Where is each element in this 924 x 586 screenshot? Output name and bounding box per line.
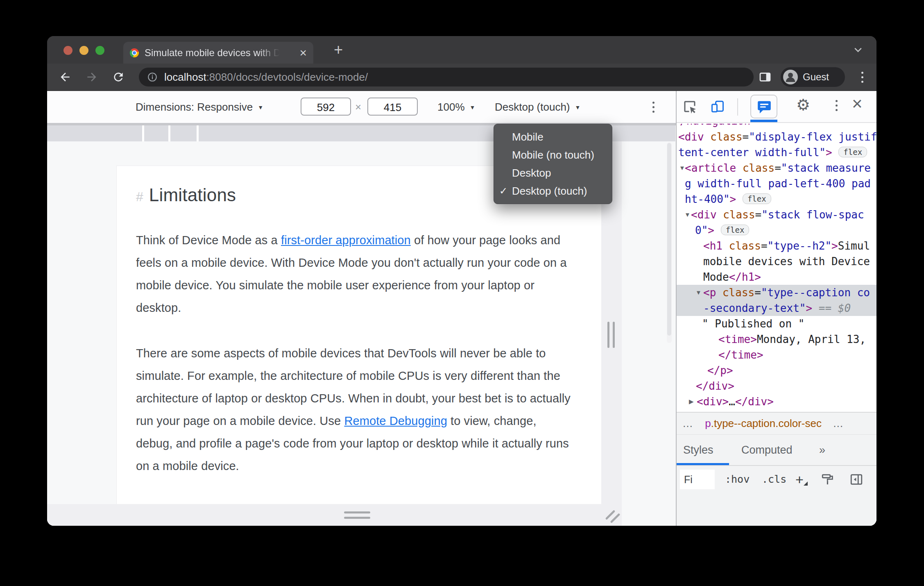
browser-tab[interactable]: Simulate mobile devices with D × [123,42,313,64]
dom-tree-row[interactable]: Mode</h1> [677,269,876,285]
expand-arrow-icon[interactable]: ▶ [689,394,694,409]
dom-tree-row[interactable]: /navigation [677,124,876,129]
heading-anchor-hash[interactable]: # [136,189,143,204]
code-token: 0" [695,224,708,236]
new-tab-button[interactable]: + [334,41,343,59]
flex-badge[interactable]: flex [838,147,867,157]
tab-search-chevron-icon[interactable] [852,44,864,57]
dimensions-select[interactable]: Dimensions: Responsive▼ [136,101,263,114]
menu-item-desktop-touch[interactable]: ✓Desktop (touch) [494,182,612,200]
media-query-segment[interactable] [144,125,168,141]
dom-tree-row[interactable]: " Published on " [677,316,876,332]
inline-link[interactable]: first-order approximation [281,234,411,247]
device-toolbar-menu-icon[interactable] [652,102,654,113]
menu-item-desktop[interactable]: Desktop [494,164,612,182]
reload-button[interactable] [112,70,125,84]
collapse-arrow-icon[interactable]: ▼ [684,207,691,223]
viewport-bottom-resize-strip[interactable] [47,504,622,526]
dom-tree-row[interactable]: ht-400"> flex [677,191,876,207]
code-token: <h1 [703,240,729,252]
profile-name: Guest [803,71,829,83]
code-token: class [729,240,761,252]
site-info-icon[interactable] [147,72,158,82]
tab-close-icon[interactable]: × [299,47,307,59]
dom-tree-row[interactable]: <div class="display-flex justif [677,129,876,145]
tab-styles[interactable]: Styles [683,444,713,457]
device-type-select[interactable]: Desktop (touch)▼ [495,101,580,114]
side-panel-icon[interactable] [759,70,772,84]
toggle-class-button[interactable]: .cls [762,470,786,489]
minimize-traffic-light[interactable] [79,46,88,55]
dom-tree-row[interactable]: <h1 class="type--h2">Simul [677,238,876,254]
collapse-arrow-icon[interactable]: ▼ [679,160,685,176]
more-tabs-icon[interactable]: » [819,444,825,457]
back-button[interactable] [59,70,72,84]
zoom-select[interactable]: 100%▼ [437,101,475,114]
inspect-element-icon[interactable] [682,99,697,114]
code-token: class [710,131,742,143]
code-token: <article [685,162,743,174]
code-token: > [831,240,838,252]
devtools-close-icon[interactable]: × [852,93,863,114]
address-bar[interactable]: localhost:8080/docs/devtools/device-mode… [139,68,754,86]
fullscreen-traffic-light[interactable] [95,46,104,55]
profile-button[interactable]: Guest [781,67,845,87]
flex-badge[interactable]: flex [743,193,771,204]
dom-tree-row[interactable]: ▼<article class="stack measure [677,160,876,176]
code-token: == [812,302,838,314]
breadcrumb-overflow-left[interactable]: … [677,417,700,429]
forward-button[interactable] [85,70,98,84]
dom-tree-row[interactable]: -secondary-text"> == $0 [677,300,876,316]
toggle-hover-state-button[interactable]: :hov [725,470,750,489]
devtools-panel: ⚙ × /navigation<div class="display-flex … [677,91,876,526]
media-query-segment[interactable] [170,125,197,141]
dom-tree-row[interactable]: g width-full pad-left-400 pad [677,176,876,191]
browser-window: Simulate mobile devices with D × + [47,36,876,526]
page-title: Limitations [149,185,236,205]
dom-tree-row[interactable]: tent-center width-full"> flex [677,145,876,160]
inline-link[interactable]: Remote Debugging [344,414,447,427]
menu-item-mobile-no-touch[interactable]: Mobile (no touch) [494,146,612,164]
media-query-segment[interactable] [47,125,142,141]
flex-badge[interactable]: flex [721,225,750,235]
tab-computed[interactable]: Computed [741,444,793,457]
dom-tree-row[interactable]: </div> [677,378,876,394]
resize-handle-vertical-icon[interactable] [607,322,615,348]
resize-handle-horizontal-icon[interactable] [344,511,370,519]
menu-item-mobile[interactable]: Mobile [494,128,612,146]
paint-roller-icon[interactable] [821,472,835,486]
settings-gear-icon[interactable]: ⚙ [796,96,810,114]
dom-tree: /navigation<div class="display-flex just… [677,124,876,445]
dom-tree-row[interactable]: mobile devices with Device [677,254,876,269]
collapse-arrow-icon[interactable]: ▼ [695,285,702,300]
close-window-traffic-light[interactable] [63,46,72,55]
browser-toolbar: localhost:8080/docs/devtools/device-mode… [47,64,876,91]
new-style-rule-button[interactable]: + [795,470,804,489]
viewport-height-input[interactable]: 415 [367,98,418,116]
code-token: <time> [718,333,757,345]
browser-menu-icon[interactable] [861,72,863,83]
dom-tree-row[interactable]: ▶<div>…</div> [677,394,876,409]
breadcrumb-selected-node[interactable]: p.type--caption.color-sec [702,417,824,429]
dom-tree-row[interactable]: <time>Monday, April 13, [677,332,876,347]
styles-filter-input[interactable]: Fi [680,470,715,489]
dom-tree-row[interactable]: 0"> flex [677,223,876,238]
dom-tree-row[interactable]: </p> [677,363,876,378]
code-token: </div> [696,380,734,392]
code-token: "stack measure [781,162,871,174]
dom-tree-row[interactable]: </time> [677,347,876,363]
toggle-sidebar-panel-icon[interactable] [849,472,863,486]
devtools-menu-icon[interactable] [836,100,838,111]
breadcrumb-overflow-right[interactable]: … [827,417,850,429]
device-toolbar-toggle-icon[interactable] [710,99,725,114]
code-token: </p> [707,364,733,377]
code-token: "type--caption co [761,286,870,299]
page-scrollbar[interactable] [667,142,672,343]
dom-tree-row[interactable]: ▼<p class="type--caption co [677,285,876,300]
styles-pane-toolbar: Fi :hov .cls + [677,465,876,526]
ai-assistance-tab-button[interactable] [750,95,777,118]
viewport-width-input[interactable]: 592 [301,98,351,116]
code-token: class [743,162,775,174]
dom-tree-row[interactable]: ▼<div class="stack flow-spac [677,207,876,223]
viewport-corner-resize-handle-icon[interactable] [603,508,621,525]
